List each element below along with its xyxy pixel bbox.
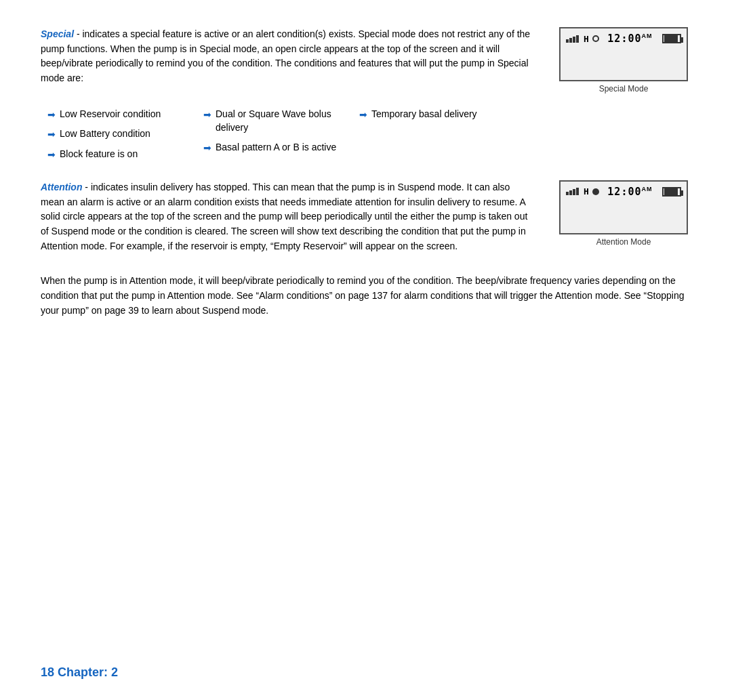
bullet-column-2: ➡ Dual or Square Wave bolus delivery ➡ B… <box>203 107 352 161</box>
time-display-2: 12:00AM <box>607 186 652 198</box>
arrow-icon-4: ➡ <box>203 108 211 121</box>
special-keyword: Special <box>41 28 74 39</box>
open-circle-icon <box>592 35 599 42</box>
bullet-low-reservoir: ➡ Low Reservoir condition <box>47 107 197 121</box>
time-display: 12:00AM <box>607 33 652 45</box>
bullet-column-1: ➡ Low Reservoir condition ➡ Low Battery … <box>47 107 197 161</box>
main-content: Special - indicates a special feature is… <box>41 27 691 345</box>
bullet-temp-basal-text: Temporary basal delivery <box>371 107 477 121</box>
bullet-low-battery: ➡ Low Battery condition <box>47 127 197 141</box>
bullet-block-feature: ➡ Block feature is on <box>47 147 197 161</box>
signal-bars-icon <box>566 35 579 43</box>
bullet-block-feature-text: Block feature is on <box>60 147 138 161</box>
attention-description: Attention - indicates insulin delivery h… <box>41 180 535 253</box>
attention-screen-top: H 12:00AM <box>566 186 681 198</box>
footer-text: 18 Chapter: 2 <box>41 665 118 679</box>
footer: 18 Chapter: 2 <box>41 665 118 680</box>
attention-keyword: Attention <box>41 182 82 192</box>
special-diagram: H 12:00AM Special Mode <box>556 27 691 94</box>
bottom-paragraph: When the pump is in Attention mode, it w… <box>41 274 691 318</box>
arrow-icon-3: ➡ <box>47 148 56 161</box>
attention-pump-screen: H 12:00AM <box>559 180 688 234</box>
filled-circle-icon <box>592 188 599 195</box>
bullet-low-battery-text: Low Battery condition <box>60 127 150 140</box>
bullet-low-reservoir-text: Low Reservoir condition <box>60 107 161 121</box>
attention-mode-label: Attention Mode <box>596 237 651 247</box>
special-section: Special - indicates a special feature is… <box>41 27 691 94</box>
h-label: H <box>584 34 589 44</box>
h-label-2: H <box>584 186 589 197</box>
arrow-icon-2: ➡ <box>47 127 56 141</box>
bullet-basal-pattern-text: Basal pattern A or B is active <box>216 140 336 154</box>
special-pump-screen: H 12:00AM <box>559 27 688 81</box>
special-description: Special - indicates a special feature is… <box>41 27 535 94</box>
arrow-icon-1: ➡ <box>47 108 56 121</box>
bullet-temp-basal: ➡ Temporary basal delivery <box>359 107 495 121</box>
special-screen-top: H 12:00AM <box>566 33 681 45</box>
attention-description-text: - indicates insulin delivery has stopped… <box>41 182 527 251</box>
bullet-section: ➡ Low Reservoir condition ➡ Low Battery … <box>41 107 691 161</box>
arrow-icon-6: ➡ <box>359 108 367 121</box>
bullet-basal-pattern: ➡ Basal pattern A or B is active <box>203 140 352 155</box>
special-description-text: - indicates a special feature is active … <box>41 28 530 83</box>
attention-section: Attention - indicates insulin delivery h… <box>41 180 691 253</box>
battery-icon <box>662 34 681 43</box>
attention-diagram: H 12:00AM Attention Mode <box>556 180 691 253</box>
bullet-dual-wave-text: Dual or Square Wave bolus delivery <box>216 107 352 135</box>
arrow-icon-5: ➡ <box>203 141 211 155</box>
signal-bars-icon-2 <box>566 188 579 195</box>
special-mode-label: Special Mode <box>599 84 649 94</box>
bullet-dual-wave: ➡ Dual or Square Wave bolus delivery <box>203 107 352 135</box>
battery-icon-2 <box>662 187 681 197</box>
bullet-column-3: ➡ Temporary basal delivery <box>359 107 495 161</box>
